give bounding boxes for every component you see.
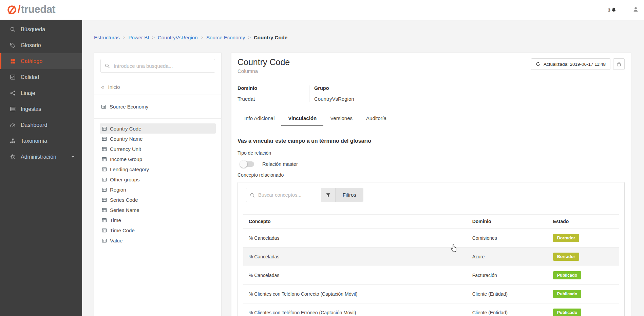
field-item-value[interactable]: Value [100, 235, 216, 245]
related-concept-label: Concepto relacionado [238, 172, 625, 178]
sidebar-item-label: Catálogo [21, 58, 42, 64]
status-badge: Borrador [553, 253, 579, 261]
back-to-home[interactable]: « Inicio [94, 79, 221, 95]
field-item-label: Time [110, 217, 121, 223]
table-icon [102, 136, 107, 141]
notifications-button[interactable]: 3 [608, 7, 617, 13]
status-cell: Publicado [548, 303, 619, 316]
table-row[interactable]: % Clientes con Teléfono Correcto (Captac… [243, 285, 619, 303]
topbar-actions: 3 [608, 0, 644, 20]
tab-versiones[interactable]: Versiones [323, 111, 359, 126]
breadcrumb-link-power-bi[interactable]: Power BI [128, 35, 149, 40]
detail-panel: Country Code Columna Actualizada: 2019-0… [231, 53, 631, 316]
domain-cell: Cliente (Entidad) [467, 285, 548, 303]
user-menu-button[interactable] [633, 6, 639, 14]
field-item-series-name[interactable]: Series Name [100, 205, 216, 215]
parent-structure[interactable]: Source Economy [94, 95, 221, 118]
master-relation-toggle[interactable] [241, 161, 254, 167]
table-icon [102, 167, 107, 172]
master-relation-label: Relación master [262, 161, 298, 167]
filter-button[interactable] [321, 188, 335, 202]
topbar: / truedat 3 [0, 0, 644, 20]
concept-search-field [246, 188, 321, 202]
sidebar-item-busqueda[interactable]: Búsqueda [0, 21, 82, 37]
field-item-time[interactable]: Time [100, 215, 216, 225]
truedat-logo[interactable]: / truedat [7, 3, 55, 16]
sidebar: BúsquedaGlosarioCatálogoCalidadLinajeIng… [0, 20, 82, 316]
grupo-label: Grupo [314, 85, 354, 91]
tab-info-adicional[interactable]: Info Adicional [238, 111, 281, 126]
notification-count: 3 [608, 7, 610, 13]
table-row[interactable]: % CanceladasAzureBorrador [243, 248, 619, 266]
refresh-updated-button[interactable]: Actualizada: 2019-06-17 11:48 [531, 58, 610, 70]
tab-auditoria[interactable]: Auditoría [359, 111, 393, 126]
domain-cell: Facturación [467, 266, 548, 285]
breadcrumb-separator: > [152, 35, 155, 40]
field-item-country-name[interactable]: Country Name [100, 134, 216, 144]
sidebar-item-catalogo[interactable]: Catálogo [0, 53, 82, 69]
sidebar-item-ingestas[interactable]: Ingestas [0, 101, 82, 117]
field-item-region[interactable]: Region [100, 184, 216, 195]
sidebar-item-label: Glosario [21, 42, 41, 48]
table-row[interactable]: % CanceladasComisionesBorrador [243, 229, 619, 248]
field-item-country-code[interactable]: Country Code [100, 123, 216, 134]
sidebar-item-label: Linaje [21, 90, 35, 96]
sidebar-item-linaje[interactable]: Linaje [0, 85, 82, 101]
field-item-currency-unit[interactable]: Currency Unit [100, 144, 216, 154]
master-relation-row: Relación master [238, 160, 625, 168]
concepts-box: Filtros ConceptoDominioEstado % Cancelad… [238, 182, 625, 316]
concept-cell: % Clientes con Teléfono Erróneo (Captaci… [243, 303, 467, 316]
sidebar-item-dashboard[interactable]: Dashboard [0, 117, 82, 133]
sidebar-item-calidad[interactable]: Calidad [0, 69, 82, 85]
sidebar-item-taxonomia[interactable]: Taxonomía [0, 133, 82, 149]
lock-button[interactable] [613, 58, 625, 70]
table-row[interactable]: % Clientes con Teléfono Erróneo (Captaci… [243, 303, 619, 316]
concept-cell: % Canceladas [243, 229, 467, 248]
double-chevron-left-icon: « [101, 84, 104, 90]
concept-cell: % Clientes con Teléfono Correcto (Captac… [243, 285, 467, 303]
main-content: Estructuras>Power BI>CountryVsRegion>Sou… [82, 20, 644, 316]
field-item-other-groups[interactable]: Other groups [100, 174, 216, 184]
sidebar-item-label: Ingestas [21, 106, 41, 112]
sidebar-item-administracion[interactable]: Administración [0, 149, 82, 165]
concept-cell: % Canceladas [243, 248, 467, 266]
lock-open-icon [616, 61, 622, 67]
breadcrumb-link-estructuras[interactable]: Estructuras [94, 35, 120, 40]
sidebar-item-glosario[interactable]: Glosario [0, 37, 82, 53]
field-item-label: Time Code [110, 228, 135, 233]
domain-cell: Azure [467, 248, 548, 266]
field-item-time-code[interactable]: Time Code [100, 225, 216, 235]
table-icon [102, 238, 107, 243]
column-header-dominio: Dominio [467, 215, 548, 229]
structure-search-input[interactable] [100, 59, 215, 73]
search-icon [250, 193, 255, 198]
field-item-label: Other groups [110, 177, 140, 182]
field-item-series-code[interactable]: Series Code [100, 195, 216, 205]
status-badge: Publicado [553, 290, 582, 298]
breadcrumb-link-countryvsregion[interactable]: CountryVsRegion [158, 35, 198, 40]
breadcrumb-separator: > [248, 35, 251, 40]
sidebar-item-label: Búsqueda [21, 26, 45, 33]
sidebar-nav: BúsquedaGlosarioCatálogoCalidadLinajeIng… [0, 21, 82, 165]
field-item-income-group[interactable]: Income Group [100, 154, 216, 164]
concept-search-bar: Filtros [246, 188, 363, 202]
concepts-table-head-row: ConceptoDominioEstado [243, 215, 619, 229]
search-icon [105, 63, 110, 68]
breadcrumb-link-source-economy[interactable]: Source Economy [206, 35, 245, 40]
share-icon [10, 90, 16, 96]
concepts-table-body: % CanceladasComisionesBorrador% Cancelad… [243, 229, 619, 316]
dominio-field: Dominio Truedat [238, 85, 309, 102]
table-icon [102, 157, 107, 162]
table-row[interactable]: % CanceladasFacturaciónPublicado [243, 266, 619, 285]
field-item-label: Region [110, 187, 126, 193]
drive-icon [10, 106, 16, 112]
refresh-icon [536, 62, 541, 66]
tab-vinculacion[interactable]: Vinculación [281, 111, 323, 126]
domain-cell: Cliente (Entidad) [467, 303, 548, 316]
table-icon [102, 218, 107, 223]
filters-button[interactable]: Filtros [335, 188, 363, 202]
field-item-lending-category[interactable]: Lending category [100, 164, 216, 174]
concept-search-input[interactable] [258, 192, 318, 198]
status-cell: Borrador [548, 248, 619, 266]
table-icon [102, 177, 107, 182]
